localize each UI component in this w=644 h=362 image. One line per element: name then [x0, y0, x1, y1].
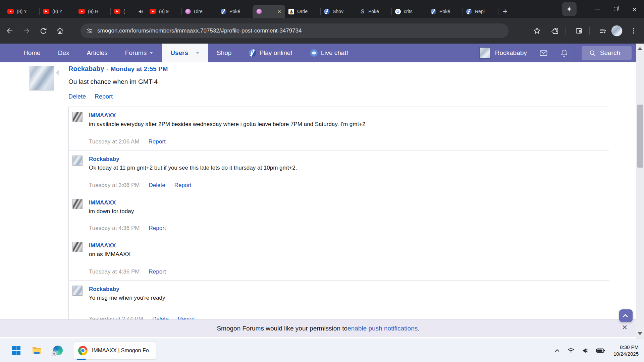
- tab-amazon-orders[interactable]: aOrde: [285, 5, 321, 18]
- comment-delete-link[interactable]: Delete: [149, 182, 165, 189]
- scroll-to-top-button[interactable]: [619, 309, 633, 322]
- showdown-icon: [324, 9, 330, 14]
- post-author-link[interactable]: Rockababy: [68, 65, 104, 72]
- tab-label: (9) H: [88, 9, 107, 14]
- extensions-icon[interactable]: [548, 24, 562, 38]
- inbox-button[interactable]: [533, 44, 554, 62]
- tab-youtube-3[interactable]: (9) H: [75, 5, 111, 18]
- forward-button[interactable]: [19, 24, 34, 38]
- post-report-link[interactable]: Report: [95, 93, 113, 100]
- nav-item-shop[interactable]: Shop: [208, 44, 240, 62]
- push-notification-bar: Smogon Forums would like your permission…: [0, 319, 636, 337]
- showdown-icon: [431, 9, 436, 14]
- comment-avatar[interactable]: [72, 286, 83, 296]
- tab-youtube-2[interactable]: (8) Y: [40, 5, 75, 18]
- search-button[interactable]: Search: [582, 46, 632, 60]
- side-panel-icon[interactable]: [572, 24, 586, 38]
- comment-author-link[interactable]: IMMAAXX: [89, 242, 116, 249]
- comment-row: IMMAAXX on as IMMAAXX Tuesday at 4:36 PM…: [69, 237, 609, 280]
- home-button[interactable]: [53, 24, 67, 38]
- window-restore-button[interactable]: [606, 0, 625, 18]
- youtube-icon: [7, 9, 14, 14]
- tab-youtube-5[interactable]: (8) 9: [146, 5, 182, 18]
- post-delete-link[interactable]: Delete: [68, 93, 86, 100]
- chevron-down-icon[interactable]: [196, 52, 199, 54]
- comment-timestamp-link[interactable]: Tuesday at 2:06 AM: [89, 138, 140, 145]
- volume-icon[interactable]: [582, 347, 589, 354]
- tab-close-icon[interactable]: ×: [277, 9, 282, 14]
- alerts-button[interactable]: [554, 44, 575, 62]
- browser-profile-avatar[interactable]: [611, 25, 623, 37]
- window-close-button[interactable]: ×: [625, 0, 644, 18]
- file-explorer-button[interactable]: [30, 344, 44, 357]
- tab-showdown-replay[interactable]: Repl: [463, 5, 498, 18]
- tray-chevron-up-icon[interactable]: [554, 348, 560, 354]
- tab-active-smogon[interactable]: ×: [253, 5, 285, 18]
- gemini-sparkle-button[interactable]: [562, 2, 577, 16]
- post-timestamp-link[interactable]: Monday at 2:55 PM: [110, 65, 168, 72]
- notification-close-icon[interactable]: ✕: [622, 323, 628, 331]
- nav-item-live-chat[interactable]: Live chat!: [301, 44, 357, 62]
- site-settings-icon[interactable]: [86, 27, 93, 35]
- smogon-nav-bar: Home Dex Articles Forums Users Shop Play…: [0, 44, 636, 62]
- comment-author-link[interactable]: Rockababy: [89, 286, 119, 293]
- comment-avatar[interactable]: [72, 199, 83, 209]
- url-text[interactable]: smogon.com/forums/members/immaaxx.707532…: [97, 27, 302, 34]
- nav-item-play-online[interactable]: Play online!: [240, 44, 301, 62]
- nav-label: Play online!: [259, 49, 292, 57]
- scrollbar-thumb[interactable]: [637, 105, 643, 168]
- comment-author-link[interactable]: Rockababy: [89, 156, 119, 163]
- tab-showdown-2[interactable]: Shov: [321, 5, 356, 18]
- google-icon: G: [395, 9, 401, 14]
- bookmark-star-icon[interactable]: [530, 24, 544, 38]
- tab-pokemon-showdown[interactable]: Poké: [217, 5, 253, 18]
- new-tab-button[interactable]: +: [498, 5, 512, 18]
- comment-timestamp-link[interactable]: Tuesday at 4:36 PM: [89, 268, 140, 275]
- nav-item-users-active[interactable]: Users: [162, 44, 208, 62]
- nav-item-forums[interactable]: Forums: [116, 44, 162, 62]
- browser-menu-icon[interactable]: [627, 24, 641, 38]
- tab-direct[interactable]: Dire: [182, 5, 217, 18]
- comment-author-link[interactable]: IMMAAXX: [89, 199, 116, 206]
- nav-item-dex[interactable]: Dex: [49, 44, 78, 62]
- edge-button[interactable]: [51, 344, 64, 357]
- comment-report-link[interactable]: Report: [149, 138, 166, 145]
- nav-item-articles[interactable]: Articles: [78, 44, 116, 62]
- nav-item-home[interactable]: Home: [15, 44, 49, 62]
- window-minimize-button[interactable]: [588, 0, 606, 18]
- comment-report-link[interactable]: Report: [149, 225, 166, 232]
- media-controls-icon[interactable]: [596, 24, 610, 38]
- enable-push-notifications-link[interactable]: enable push notifications: [347, 325, 418, 332]
- taskbar-app-chrome-smogon[interactable]: IMMAAXX | Smogon Fo: [73, 342, 156, 360]
- comment-report-link[interactable]: Report: [149, 268, 166, 275]
- scrollbar-down-arrow[interactable]: [638, 332, 642, 335]
- back-button[interactable]: [3, 24, 17, 38]
- tab-google-crits[interactable]: Gcrits: [392, 5, 427, 18]
- comment-timestamp-link[interactable]: Tuesday at 3:06 PM: [89, 182, 140, 189]
- tab-youtube-4-audio[interactable]: (: [111, 5, 146, 18]
- nav-label: Users: [170, 49, 188, 57]
- logged-in-user-button[interactable]: Rockababy: [473, 44, 533, 62]
- tab-smogon-2[interactable]: SPoké: [356, 5, 392, 18]
- comment-avatar[interactable]: [72, 156, 83, 166]
- tab-audio-icon[interactable]: [138, 9, 143, 14]
- post-author-avatar[interactable]: [30, 66, 54, 90]
- tab-youtube-1[interactable]: (8) Y: [4, 5, 40, 18]
- comment-author-link[interactable]: IMMAAXX: [89, 112, 116, 119]
- scrollbar-up-arrow[interactable]: [638, 47, 642, 50]
- battery-icon[interactable]: [596, 347, 605, 354]
- reload-button[interactable]: [36, 24, 50, 38]
- taskbar-clock[interactable]: 8:30 PM 10/24/2025: [613, 344, 639, 357]
- comment-avatar[interactable]: [72, 112, 83, 122]
- tab-showdown-3[interactable]: Poké: [427, 5, 463, 18]
- divider: [192, 48, 192, 58]
- wifi-icon[interactable]: [567, 347, 575, 354]
- page-scrollbar[interactable]: [636, 44, 644, 339]
- comment-avatar[interactable]: [72, 242, 83, 252]
- address-bar[interactable]: smogon.com/forums/members/immaaxx.707532…: [80, 23, 508, 38]
- minimize-icon: [595, 9, 600, 9]
- comment-timestamp-link[interactable]: Tuesday at 4:36 PM: [89, 225, 140, 232]
- search-label: Search: [600, 49, 620, 57]
- comment-report-link[interactable]: Report: [174, 182, 192, 189]
- start-button[interactable]: [9, 344, 23, 357]
